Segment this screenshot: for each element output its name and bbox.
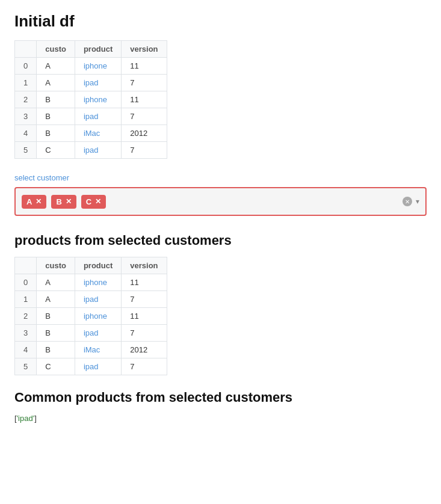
row-index: 4	[15, 125, 37, 142]
table-row: 2Biphone11	[15, 308, 167, 325]
row-version: 7	[122, 142, 167, 159]
sel-col-product-header: product	[75, 257, 121, 274]
table-row: 5Cipad7	[15, 358, 167, 375]
common-products-title: Common products from selected customers	[14, 390, 427, 405]
row-index: 3	[15, 108, 37, 125]
tag-c[interactable]: C ✕	[81, 195, 106, 209]
table-row: 3Bipad7	[15, 108, 167, 125]
row-product: ipad	[75, 75, 121, 91]
row-customer: C	[37, 358, 75, 375]
row-product: ipad	[75, 291, 121, 308]
table-row: 2Biphone11	[15, 91, 167, 108]
row-customer: A	[37, 75, 75, 91]
select-customer-label: select customer	[14, 173, 427, 182]
row-version: 11	[122, 308, 167, 325]
clear-all-button[interactable]: ✕	[402, 197, 412, 206]
row-product: iMac	[75, 125, 121, 142]
row-index: 2	[15, 308, 37, 325]
tag-b-remove[interactable]: ✕	[66, 197, 72, 206]
row-product: ipad	[75, 325, 121, 342]
select-customer-section: select customer A ✕ B ✕ C ✕ ✕ ▾	[14, 173, 427, 216]
row-index: 0	[15, 274, 37, 291]
common-result-bracket-close: ]	[34, 414, 37, 423]
row-version: 11	[122, 274, 167, 291]
table-row: 1Aipad7	[15, 291, 167, 308]
row-customer: C	[37, 142, 75, 159]
table-row: 4BiMac2012	[15, 342, 167, 358]
common-products-result: ['ipad']	[14, 414, 427, 423]
table-row: 4BiMac2012	[15, 125, 167, 142]
table-row: 0Aiphone11	[15, 274, 167, 291]
row-version: 11	[122, 58, 167, 75]
row-version: 2012	[122, 125, 167, 142]
tags-container: A ✕ B ✕ C ✕	[22, 195, 106, 209]
row-version: 7	[122, 358, 167, 375]
initial-df-title: Initial df	[14, 12, 427, 31]
row-version: 11	[122, 91, 167, 108]
tag-a-label: A	[26, 197, 32, 206]
col-index-header	[15, 41, 37, 58]
row-index: 5	[15, 142, 37, 159]
row-customer: A	[37, 274, 75, 291]
row-version: 7	[122, 325, 167, 342]
row-index: 0	[15, 58, 37, 75]
row-product: ipad	[75, 142, 121, 159]
col-version-header: version	[122, 41, 167, 58]
row-index: 5	[15, 358, 37, 375]
selected-df-table: custo product version 0Aiphone111Aipad72…	[14, 257, 167, 375]
row-customer: B	[37, 125, 75, 142]
row-customer: A	[37, 291, 75, 308]
table-row: 0Aiphone11	[15, 58, 167, 75]
initial-df-section: Initial df custo product version 0Aiphon…	[14, 12, 427, 159]
initial-df-table: custo product version 0Aiphone111Aipad72…	[14, 40, 167, 159]
col-product-header: product	[75, 41, 121, 58]
row-customer: B	[37, 325, 75, 342]
row-index: 1	[15, 75, 37, 91]
row-product: iMac	[75, 342, 121, 358]
row-customer: B	[37, 308, 75, 325]
row-index: 3	[15, 325, 37, 342]
table-row: 5Cipad7	[15, 142, 167, 159]
tag-a-remove[interactable]: ✕	[35, 197, 42, 206]
row-index: 2	[15, 91, 37, 108]
row-product: iphone	[75, 91, 121, 108]
row-product: ipad	[75, 108, 121, 125]
sel-col-index-header	[15, 257, 37, 274]
row-product: iphone	[75, 308, 121, 325]
products-selected-section: products from selected customers custo p…	[14, 233, 427, 375]
row-customer: B	[37, 91, 75, 108]
row-version: 2012	[122, 342, 167, 358]
row-product: iphone	[75, 274, 121, 291]
tag-b-label: B	[56, 197, 61, 206]
sel-col-customer-header: custo	[37, 257, 75, 274]
row-version: 7	[122, 108, 167, 125]
tag-c-remove[interactable]: ✕	[95, 197, 101, 206]
select-controls: ✕ ▾	[402, 197, 419, 206]
table-row: 1Aipad7	[15, 75, 167, 91]
col-customer-header: custo	[37, 41, 75, 58]
common-result-value: 'ipad'	[17, 414, 35, 423]
products-selected-title: products from selected customers	[14, 233, 427, 248]
multi-select-box[interactable]: A ✕ B ✕ C ✕ ✕ ▾	[14, 187, 427, 216]
row-customer: A	[37, 58, 75, 75]
row-product: ipad	[75, 358, 121, 375]
common-products-section: Common products from selected customers …	[14, 390, 427, 423]
row-customer: B	[37, 342, 75, 358]
row-version: 7	[122, 291, 167, 308]
row-index: 4	[15, 342, 37, 358]
row-product: iphone	[75, 58, 121, 75]
sel-col-version-header: version	[122, 257, 167, 274]
dropdown-arrow-icon[interactable]: ▾	[416, 197, 419, 206]
table-row: 3Bipad7	[15, 325, 167, 342]
tag-c-label: C	[86, 197, 91, 206]
row-index: 1	[15, 291, 37, 308]
row-customer: B	[37, 108, 75, 125]
row-version: 7	[122, 75, 167, 91]
tag-a[interactable]: A ✕	[22, 195, 46, 209]
tag-b[interactable]: B ✕	[51, 195, 76, 209]
